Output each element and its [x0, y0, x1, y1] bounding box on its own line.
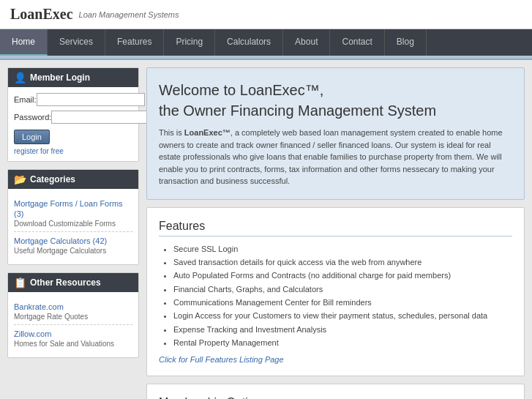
bankrate-desc: Mortgage Rate Quotes: [14, 313, 132, 321]
nav-about[interactable]: About: [283, 29, 330, 56]
nav-services[interactable]: Services: [48, 29, 105, 56]
membership-section: Membership Options: [146, 384, 525, 399]
email-row: Email:: [14, 93, 132, 106]
features-list: Secure SSL Login Saved transaction detai…: [159, 244, 512, 349]
password-input[interactable]: [51, 111, 160, 124]
categories-section: 📂 Categories Mortgage Forms / Loan Forms…: [7, 169, 139, 265]
main-content: Welcome to LoanExec™, the Owner Financin…: [146, 67, 525, 399]
logo-main: LoanExec: [10, 6, 73, 23]
membership-title: Membership Options: [159, 396, 512, 399]
resource-item: Bankrate.com Mortgage Rate Quotes: [14, 298, 132, 325]
email-input[interactable]: [37, 93, 145, 106]
resources-icon: 📋: [14, 277, 26, 288]
features-full-link[interactable]: Click for Full Features Listing Page: [159, 355, 512, 364]
welcome-body: This is LoanExec™, a completely web base…: [159, 127, 512, 187]
nav-blog[interactable]: Blog: [385, 29, 427, 56]
list-item: Secure SSL Login: [173, 244, 512, 255]
mortgage-calculators-link[interactable]: Mortgage Calculators (42): [14, 236, 107, 245]
member-login-title: 👤 Member Login: [8, 68, 138, 87]
other-resources-title: 📋 Other Resources: [8, 273, 138, 292]
bankrate-link[interactable]: Bankrate.com: [14, 302, 64, 311]
login-form-body: Email: Password: Login register for free: [8, 87, 138, 161]
nav-home[interactable]: Home: [0, 29, 48, 56]
email-label: Email:: [14, 95, 37, 104]
categories-body: Mortgage Forms / Loan Forms (3) Download…: [8, 189, 138, 264]
list-item: Saved transaction details for quick acce…: [173, 257, 512, 268]
password-row: Password:: [14, 111, 132, 124]
logo-sub: Loan Management Systems: [79, 10, 179, 19]
login-button[interactable]: Login: [14, 130, 50, 144]
features-section: Features Secure SSL Login Saved transact…: [146, 207, 525, 376]
list-item: Rental Property Management: [173, 338, 512, 348]
sidebar: 👤 Member Login Email: Password: Login re…: [7, 67, 139, 399]
list-item: Expense Tracking and Investment Analysis: [173, 324, 512, 335]
member-login-section: 👤 Member Login Email: Password: Login re…: [7, 67, 139, 162]
list-item: Financial Charts, Graphs, and Calculator…: [173, 284, 512, 295]
resources-body: Bankrate.com Mortgage Rate Quotes Zillow…: [8, 292, 138, 357]
mortgage-forms-link[interactable]: Mortgage Forms / Loan Forms (3): [14, 199, 123, 218]
login-icon: 👤: [14, 72, 26, 83]
nav-features[interactable]: Features: [105, 29, 164, 56]
categories-title: 📂 Categories: [8, 170, 138, 189]
register-link[interactable]: register for free: [14, 147, 132, 155]
mortgage-forms-desc: Download Customizable Forms: [14, 220, 132, 228]
brand-name: LoanExec™: [184, 128, 231, 137]
nav-contact[interactable]: Contact: [330, 29, 384, 56]
list-item: Login Access for your Customers to view …: [173, 310, 512, 321]
list-item: Auto Populated Forms and Contracts (no a…: [173, 270, 512, 281]
zillow-desc: Homes for Sale and Valuations: [14, 340, 132, 348]
site-header: LoanExec Loan Management Systems: [0, 0, 532, 29]
mortgage-calculators-desc: Useful Mortgage Calculators: [14, 247, 132, 255]
welcome-section: Welcome to LoanExec™, the Owner Financin…: [146, 67, 525, 200]
resource-item: Zillow.com Homes for Sale and Valuations: [14, 325, 132, 351]
password-label: Password:: [14, 113, 51, 122]
welcome-title: Welcome to LoanExec™, the Owner Financin…: [159, 80, 512, 121]
category-item: Mortgage Calculators (42) Useful Mortgag…: [14, 232, 132, 258]
features-title: Features: [159, 220, 512, 236]
list-item: Communications Management Center for Bil…: [173, 297, 512, 308]
main-nav: Home Services Features Pricing Calculato…: [0, 29, 532, 56]
other-resources-section: 📋 Other Resources Bankrate.com Mortgage …: [7, 272, 139, 358]
categories-icon: 📂: [14, 174, 26, 185]
category-item: Mortgage Forms / Loan Forms (3) Download…: [14, 195, 132, 232]
nav-calculators[interactable]: Calculators: [215, 29, 283, 56]
zillow-link[interactable]: Zillow.com: [14, 329, 51, 338]
main-layout: 👤 Member Login Email: Password: Login re…: [0, 60, 532, 399]
nav-pricing[interactable]: Pricing: [164, 29, 215, 56]
